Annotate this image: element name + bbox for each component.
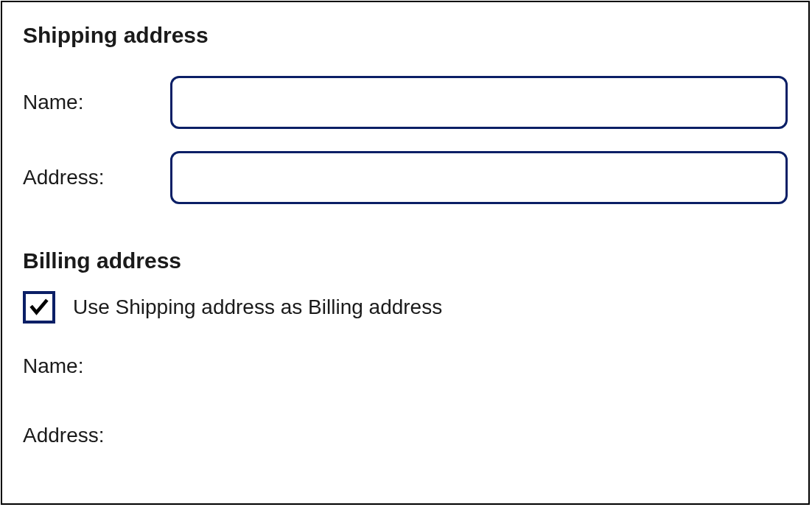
billing-address-label: Address: <box>23 424 170 447</box>
billing-address-row: Address: <box>23 424 788 447</box>
billing-name-label: Name: <box>23 354 170 378</box>
use-shipping-checkbox-row: Use Shipping address as Billing address <box>23 291 788 324</box>
shipping-heading: Shipping address <box>23 23 788 48</box>
address-form-container: Shipping address Name: Address: Billing … <box>1 1 810 505</box>
checkmark-icon <box>29 297 49 318</box>
shipping-address-label: Address: <box>23 166 170 189</box>
billing-heading: Billing address <box>23 248 788 273</box>
shipping-address-input[interactable] <box>170 151 788 204</box>
use-shipping-checkbox-label: Use Shipping address as Billing address <box>73 296 442 319</box>
shipping-address-row: Address: <box>23 151 788 204</box>
shipping-name-row: Name: <box>23 76 788 129</box>
shipping-name-input[interactable] <box>170 76 788 129</box>
use-shipping-checkbox[interactable] <box>23 291 55 324</box>
shipping-name-label: Name: <box>23 91 170 114</box>
billing-name-row: Name: <box>23 354 788 378</box>
